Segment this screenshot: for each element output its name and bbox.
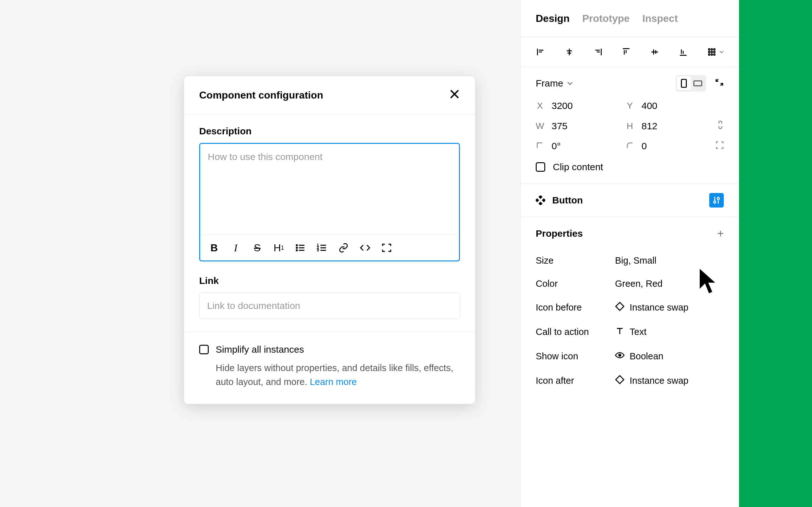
svg-rect-11 bbox=[539, 195, 543, 199]
property-name: Color bbox=[536, 279, 615, 289]
property-row[interactable]: Size Big, Small bbox=[536, 249, 724, 272]
align-bottom-icon[interactable] bbox=[678, 47, 688, 57]
resize-to-fit-icon[interactable] bbox=[715, 78, 724, 89]
align-vertical-center-icon[interactable] bbox=[650, 47, 660, 57]
align-left-icon[interactable] bbox=[536, 47, 546, 57]
svg-point-16 bbox=[717, 198, 719, 200]
property-name: Show icon bbox=[536, 351, 615, 361]
component-set-icon bbox=[536, 195, 545, 205]
code-block-button[interactable] bbox=[380, 241, 393, 254]
svg-point-5 bbox=[714, 51, 715, 53]
svg-point-22 bbox=[296, 250, 297, 250]
bold-button[interactable]: B bbox=[208, 241, 220, 254]
link-button[interactable] bbox=[337, 241, 350, 254]
chevron-down-icon[interactable] bbox=[719, 50, 724, 54]
tidy-up-icon[interactable] bbox=[707, 47, 717, 57]
tab-design[interactable]: Design bbox=[536, 13, 570, 24]
component-configuration-button[interactable] bbox=[709, 193, 724, 208]
property-value: Text bbox=[629, 327, 647, 337]
link-input[interactable] bbox=[199, 292, 460, 319]
h-label: H bbox=[626, 121, 634, 131]
property-value: Instance swap bbox=[629, 376, 688, 386]
close-icon bbox=[449, 89, 460, 100]
learn-more-link[interactable]: Learn more bbox=[310, 377, 357, 387]
landscape-button[interactable] bbox=[691, 76, 705, 90]
close-button[interactable] bbox=[449, 89, 460, 101]
checkbox-icon bbox=[536, 162, 545, 172]
component-section: Button bbox=[520, 183, 739, 217]
frame-section: Frame bbox=[520, 67, 739, 183]
description-input[interactable] bbox=[200, 144, 459, 233]
frame-dropdown[interactable]: Frame bbox=[536, 78, 573, 89]
radius-value: 0 bbox=[642, 141, 647, 152]
frame-label: Frame bbox=[536, 78, 563, 89]
align-right-icon[interactable] bbox=[593, 47, 603, 57]
align-top-icon[interactable] bbox=[621, 47, 631, 57]
svg-rect-13 bbox=[542, 199, 545, 203]
orientation-toggle bbox=[676, 75, 706, 92]
y-value: 400 bbox=[642, 101, 658, 111]
svg-point-0 bbox=[708, 49, 710, 50]
panel-tabs: Design Prototype Inspect bbox=[520, 0, 739, 38]
x-label: X bbox=[536, 101, 544, 111]
portrait-button[interactable] bbox=[677, 76, 691, 90]
property-name: Icon after bbox=[536, 376, 615, 386]
simplify-label: Simplify all instances bbox=[216, 344, 304, 355]
height-field[interactable]: H 812 bbox=[626, 121, 710, 131]
properties-section: Properties + Size Big, Small Color Green… bbox=[520, 217, 739, 393]
y-field[interactable]: Y 400 bbox=[626, 101, 710, 111]
rotation-field[interactable]: 0° bbox=[536, 141, 619, 152]
instance-swap-icon bbox=[615, 302, 624, 314]
w-label: W bbox=[536, 121, 544, 131]
unordered-list-button[interactable] bbox=[294, 241, 307, 254]
ordered-list-button[interactable]: 123 bbox=[316, 241, 328, 254]
property-name: Icon before bbox=[536, 302, 615, 313]
svg-rect-14 bbox=[539, 202, 543, 205]
strikethrough-button[interactable]: S bbox=[251, 241, 264, 254]
property-row[interactable]: Icon after Instance swap bbox=[536, 369, 724, 393]
rotation-value: 0° bbox=[552, 141, 561, 152]
tab-inspect[interactable]: Inspect bbox=[642, 13, 678, 24]
property-row[interactable]: Color Green, Red bbox=[536, 272, 724, 295]
italic-button[interactable]: I bbox=[229, 241, 242, 254]
code-button[interactable] bbox=[359, 241, 371, 254]
corner-radius-field[interactable]: 0 bbox=[626, 141, 710, 152]
simplify-checkbox[interactable]: Simplify all instances bbox=[199, 344, 460, 355]
svg-text:3: 3 bbox=[317, 248, 319, 252]
property-row[interactable]: Show icon Boolean bbox=[536, 344, 724, 369]
svg-point-2 bbox=[714, 49, 715, 50]
property-value: Instance swap bbox=[629, 302, 688, 313]
sliders-icon bbox=[712, 196, 721, 205]
property-name: Size bbox=[536, 256, 615, 266]
svg-point-6 bbox=[708, 54, 710, 55]
tab-prototype[interactable]: Prototype bbox=[582, 13, 629, 24]
x-field[interactable]: X 3200 bbox=[536, 101, 619, 111]
svg-point-21 bbox=[296, 247, 297, 248]
checkbox-icon bbox=[199, 345, 209, 354]
chevron-down-icon bbox=[567, 80, 573, 86]
properties-title: Properties bbox=[536, 228, 583, 239]
boolean-eye-icon bbox=[615, 350, 624, 362]
heading-button[interactable]: H1 bbox=[272, 241, 285, 254]
property-value: Big, Small bbox=[615, 256, 657, 266]
property-row[interactable]: Call to action Text bbox=[536, 320, 724, 344]
svg-rect-12 bbox=[536, 199, 539, 203]
svg-point-8 bbox=[714, 54, 715, 55]
width-field[interactable]: W 375 bbox=[536, 121, 619, 131]
constrain-proportions-icon[interactable] bbox=[717, 120, 724, 132]
property-row[interactable]: Icon before Instance swap bbox=[536, 295, 724, 320]
x-value: 3200 bbox=[552, 101, 573, 111]
component-name-label: Button bbox=[552, 195, 583, 206]
description-label: Description bbox=[199, 126, 460, 136]
align-horizontal-center-icon[interactable] bbox=[564, 47, 574, 57]
clip-content-checkbox[interactable]: Clip content bbox=[536, 162, 724, 172]
modal-title: Component configuration bbox=[199, 89, 323, 101]
description-toolbar: B I S H1 123 bbox=[200, 235, 459, 261]
add-property-button[interactable]: + bbox=[717, 227, 724, 240]
independent-corners-icon[interactable] bbox=[716, 141, 724, 152]
description-field: B I S H1 123 bbox=[199, 143, 460, 262]
clip-content-label: Clip content bbox=[553, 162, 603, 172]
w-value: 375 bbox=[552, 121, 567, 131]
alignment-row bbox=[520, 38, 739, 67]
property-value: Green, Red bbox=[615, 279, 663, 289]
